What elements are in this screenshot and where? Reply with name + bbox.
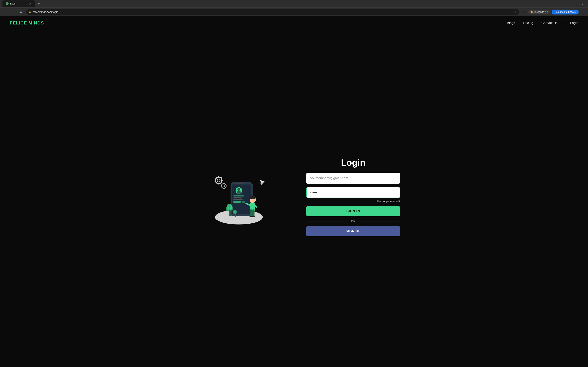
nav-links: Blogs Pricing Contact Us → Login <box>507 21 578 25</box>
svg-rect-32 <box>215 180 216 181</box>
or-divider: OR <box>306 220 400 223</box>
tab-favicon <box>6 2 9 5</box>
svg-point-22 <box>252 216 255 217</box>
svg-point-29 <box>217 179 220 182</box>
svg-rect-40 <box>221 185 222 186</box>
or-line-right <box>359 221 400 221</box>
tab-title: Login <box>10 2 16 5</box>
svg-point-14 <box>226 207 229 211</box>
svg-rect-41 <box>226 185 227 186</box>
login-form: Forgot password? SIGN IN OR SIGN UP <box>306 173 400 236</box>
reload-button[interactable]: ↻ <box>18 9 24 15</box>
site-logo[interactable]: FELICE MINDS <box>10 20 44 26</box>
relaunch-button[interactable]: Relaunch to update <box>552 9 579 15</box>
back-button[interactable]: ← <box>2 9 8 15</box>
nav-contact-link[interactable]: Contact Us <box>541 21 558 25</box>
incognito-icon: 🕵 <box>530 10 533 13</box>
more-options-button[interactable]: ⋮ <box>580 9 586 15</box>
email-input[interactable] <box>306 173 400 184</box>
svg-rect-8 <box>233 197 242 198</box>
tab-list-button[interactable]: ⌄ <box>580 1 586 7</box>
new-tab-button[interactable]: + <box>36 1 42 7</box>
svg-line-27 <box>255 205 256 207</box>
svg-point-5 <box>237 188 240 191</box>
forward-button[interactable]: → <box>10 9 16 15</box>
nav-login-link[interactable]: → Login <box>566 21 578 25</box>
password-input[interactable] <box>306 187 400 198</box>
svg-point-28 <box>215 177 222 184</box>
nav-pricing-link[interactable]: Pricing <box>523 21 533 25</box>
login-section: Login Forgot password? SIGN IN OR SIGN U… <box>306 158 400 236</box>
tab-bar: Login ✕ + <box>2 0 578 7</box>
active-tab[interactable]: Login ✕ <box>2 0 35 7</box>
svg-rect-39 <box>223 188 224 189</box>
or-line-left <box>306 221 348 221</box>
login-arrow-icon: → <box>566 21 569 25</box>
reader-mode-button[interactable]: ▭ <box>522 9 526 15</box>
sign-in-button[interactable]: SIGN IN <box>306 206 400 216</box>
svg-rect-3 <box>236 183 243 184</box>
svg-rect-33 <box>221 180 223 181</box>
svg-point-15 <box>230 206 233 211</box>
svg-rect-11 <box>242 201 245 203</box>
toolbar-right: ▭ 🕵 Incognito (2) Relaunch to update ⋮ <box>522 9 586 15</box>
address-text: feliceminds.com/login <box>33 10 513 13</box>
forgot-password-link[interactable]: Forgot password? <box>377 200 400 203</box>
browser-toolbar: ← → ↻ 🔒 feliceminds.com/login ☆ ▭ 🕵 Inco… <box>0 7 588 16</box>
svg-rect-38 <box>223 183 224 184</box>
svg-point-36 <box>222 184 226 188</box>
site-navigation: FELICE MINDS Blogs Pricing Contact Us → … <box>0 16 588 30</box>
illustration-section <box>188 160 290 234</box>
forgot-password-row: Forgot password? <box>306 200 400 203</box>
sign-up-button[interactable]: SIGN UP <box>306 226 400 236</box>
or-text: OR <box>351 220 355 223</box>
relaunch-label: Relaunch to update <box>554 11 576 13</box>
svg-rect-9 <box>233 199 242 200</box>
incognito-badge: 🕵 Incognito (2) <box>528 10 550 14</box>
svg-rect-7 <box>233 196 244 197</box>
svg-rect-10 <box>233 201 241 203</box>
tab-close-button[interactable]: ✕ <box>29 2 32 5</box>
svg-rect-25 <box>249 197 250 202</box>
nav-login-label: Login <box>570 21 578 25</box>
svg-rect-20 <box>252 209 255 216</box>
svg-rect-12 <box>229 210 231 216</box>
svg-rect-19 <box>250 209 252 216</box>
main-content: Login Forgot password? SIGN IN OR SIGN U… <box>0 30 588 364</box>
nav-blogs-link[interactable]: Blogs <box>507 21 515 25</box>
svg-point-6 <box>237 191 241 194</box>
incognito-label: Incognito (2) <box>534 11 548 13</box>
browser-chrome: Login ✕ + ⌄ ← → ↻ 🔒 feliceminds.com/logi… <box>0 0 588 16</box>
browser-titlebar: Login ✕ + ⌄ <box>0 0 588 7</box>
login-illustration <box>202 160 276 234</box>
login-title: Login <box>341 158 365 168</box>
svg-point-17 <box>233 210 237 214</box>
website-content: FELICE MINDS Blogs Pricing Contact Us → … <box>0 16 588 367</box>
svg-rect-31 <box>218 183 219 184</box>
bookmark-icon[interactable]: ☆ <box>515 10 517 14</box>
svg-point-37 <box>223 185 225 187</box>
address-bar[interactable]: 🔒 feliceminds.com/login ☆ <box>26 9 520 15</box>
lock-icon: 🔒 <box>28 11 31 13</box>
